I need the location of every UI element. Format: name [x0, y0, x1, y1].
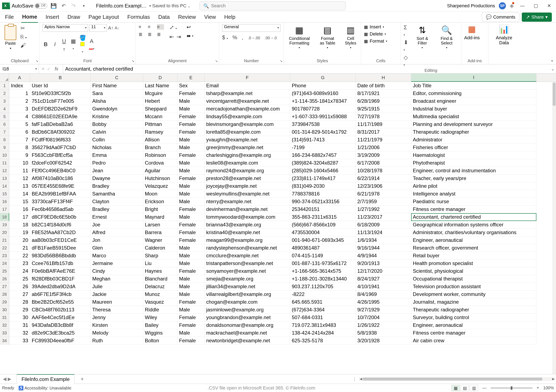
ribbon-tab-data[interactable]: Data — [157, 12, 170, 22]
data-cell[interactable]: Male — [178, 198, 205, 205]
row-header[interactable]: 14 — [0, 182, 9, 190]
data-cell[interactable]: (233)811-1749x417 — [290, 175, 356, 182]
data-cell[interactable]: Calderon — [143, 244, 178, 252]
data-cell[interactable]: (285)029-1604x5466 — [290, 167, 356, 175]
data-cell[interactable]: Calvin — [91, 128, 143, 136]
row-header[interactable]: 30 — [0, 306, 9, 314]
data-cell[interactable]: 751cD1cbF77e005 — [30, 97, 91, 105]
data-cell[interactable]: Aguilar — [143, 167, 178, 175]
ribbon-tab-help[interactable]: Help — [223, 12, 236, 22]
data-cell[interactable]: 11/23/2017 — [356, 213, 411, 221]
row-header[interactable]: 10 — [0, 151, 9, 159]
data-cell[interactable]: nterry@example.net — [205, 198, 290, 205]
row-header[interactable]: 24 — [0, 259, 9, 267]
data-cell[interactable]: wesleymullins@example.net — [205, 190, 290, 198]
data-cell[interactable]: Female — [178, 90, 205, 97]
data-cell[interactable]: Therapeutic radiographer — [411, 128, 536, 136]
data-cell[interactable]: Delacruz — [143, 283, 178, 290]
data-cell[interactable]: Paediatric nurse — [411, 198, 536, 205]
data-cell[interactable]: Male — [178, 105, 205, 113]
data-cell[interactable]: d8CF9ED8c6E5b0b — [30, 213, 91, 221]
data-cell[interactable]: 30 — [9, 314, 30, 321]
data-cell[interactable]: 1/26/1922 — [356, 321, 411, 329]
header-cell[interactable]: Phone — [290, 82, 356, 90]
data-cell[interactable]: Wagner — [143, 236, 178, 244]
header-cell[interactable]: Index — [9, 82, 30, 90]
data-cell[interactable]: 33730caFF13Ff4F — [30, 198, 91, 205]
data-cell[interactable]: raymond24@example.org — [205, 167, 290, 175]
zoom-out-button[interactable]: — — [482, 385, 486, 390]
data-cell[interactable]: 001-314-829-5014x1792 — [290, 128, 356, 136]
data-cell[interactable]: Bright — [143, 205, 178, 213]
row-header[interactable]: 13 — [0, 175, 9, 182]
select-all-corner[interactable] — [0, 73, 9, 82]
data-cell[interactable]: Female — [178, 128, 205, 136]
data-cell[interactable]: 20 — [9, 236, 30, 244]
row-header[interactable]: 19 — [0, 221, 9, 229]
data-cell[interactable]: brianna43@example.org — [205, 221, 290, 229]
clear-button[interactable]: ◇ ▾ — [404, 54, 409, 67]
find-select-button[interactable]: 🔍Find & Select▾ — [435, 24, 458, 50]
data-cell[interactable]: 8/17/1921 — [356, 90, 411, 97]
data-cell[interactable]: 4735530004 — [290, 229, 356, 236]
row-header[interactable]: 16 — [0, 198, 9, 205]
column-header-I[interactable]: I — [411, 73, 536, 82]
data-cell[interactable]: mackrachael@example.net — [205, 329, 290, 337]
data-cell[interactable]: Male — [178, 259, 205, 267]
row-header[interactable]: 32 — [0, 321, 9, 329]
font-name-combo[interactable]: Aptos Narrow — [43, 24, 88, 32]
data-cell[interactable]: Male — [178, 290, 205, 298]
data-cell[interactable]: Planning and development surveyor — [411, 120, 536, 128]
decrease-font-size[interactable]: A↓ — [115, 26, 119, 30]
view-normal-button[interactable]: ▦ — [451, 385, 460, 391]
data-cell[interactable]: Glen — [91, 244, 143, 252]
data-cell[interactable]: 6/21/1978 — [356, 190, 411, 198]
data-cell[interactable]: Television production assistant — [411, 283, 536, 290]
data-cell[interactable]: Teacher, early years/pre — [411, 175, 536, 182]
data-cell[interactable]: Scientist, physiological — [411, 267, 536, 275]
sheet-tab-active[interactable]: FileInfo.com Example — [17, 374, 75, 384]
save-button[interactable]: 💾 — [50, 2, 57, 9]
formula-input[interactable] — [63, 66, 549, 72]
row-header[interactable]: 2 — [0, 90, 9, 97]
data-cell[interactable]: 4890361487 — [290, 244, 356, 252]
data-cell[interactable]: 6/22/1914 — [356, 175, 411, 182]
data-cell[interactable]: CBCb48f7602b113 — [30, 306, 91, 314]
data-cell[interactable]: Branch — [143, 144, 178, 151]
data-cell[interactable]: 28 — [9, 298, 30, 306]
data-cell[interactable]: Dwayne — [91, 175, 143, 182]
data-cell[interactable]: Erickson — [143, 198, 178, 205]
header-cell[interactable]: Date of birth — [356, 82, 411, 90]
data-cell[interactable]: Male — [178, 144, 205, 151]
align-bottom[interactable]: ≡ — [157, 24, 164, 30]
data-cell[interactable]: 6 — [9, 128, 30, 136]
data-cell[interactable]: Surveyor, building control — [411, 314, 536, 321]
row-header[interactable]: 28 — [0, 290, 9, 298]
data-cell[interactable]: Gwendolyn — [91, 105, 143, 113]
data-cell[interactable]: randystephenson@example.net — [205, 244, 290, 252]
data-cell[interactable]: 138-424-2414x284 — [290, 329, 356, 337]
data-cell[interactable]: BdDb6C8Af309202 — [30, 128, 91, 136]
format-as-table-button[interactable]: ▤Format as Table▾ — [318, 24, 337, 50]
data-cell[interactable]: Meghan — [91, 275, 143, 283]
row-header[interactable]: 26 — [0, 275, 9, 283]
view-page-layout-button[interactable]: ▤ — [461, 385, 469, 391]
qat-customize[interactable]: ▾ — [80, 2, 87, 9]
cut-button[interactable]: ✂ — [20, 25, 27, 31]
data-cell[interactable]: 18 — [9, 221, 30, 229]
fx-icon[interactable]: fx — [53, 66, 60, 72]
data-cell[interactable]: 990-374-0521x33156 — [290, 198, 356, 205]
data-cell[interactable]: 12/23/1906 — [356, 182, 411, 190]
sheet-nav-prev[interactable]: ◀ — [3, 376, 7, 382]
header-cell[interactable]: Sex — [178, 82, 205, 90]
data-cell[interactable]: 645.665.5931 — [290, 298, 356, 306]
data-cell[interactable]: (566)667-8566x109 — [290, 221, 356, 229]
accessibility-status[interactable]: ♿ Accessibility: Unavailable — [18, 385, 71, 391]
data-cell[interactable]: 15 — [9, 198, 30, 205]
delete-cells-button[interactable]: ▦Delete ▾ — [364, 31, 387, 37]
search-input[interactable] — [200, 1, 346, 10]
data-cell[interactable]: Accountant, chartered certified — [411, 213, 536, 221]
data-cell[interactable]: Male — [178, 182, 205, 190]
data-cell[interactable]: FC8993D4eea0fbF — [30, 337, 91, 345]
conditional-formatting-button[interactable]: ▦Conditional Formatting▾ — [287, 24, 312, 50]
